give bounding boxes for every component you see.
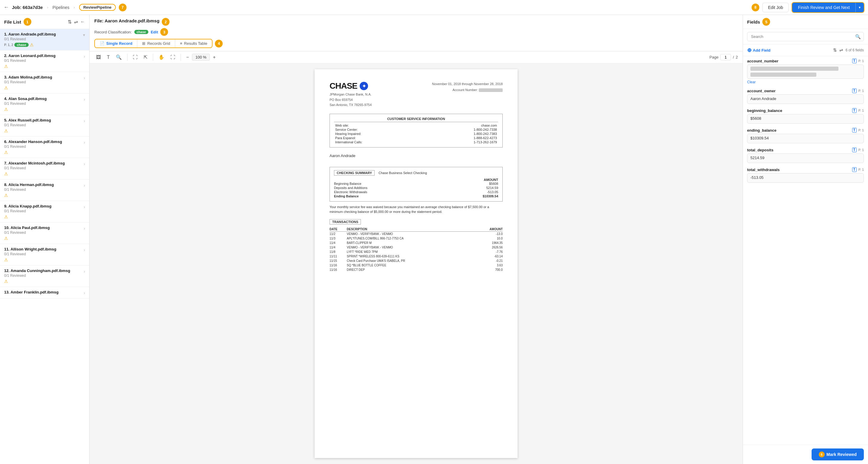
trans-row: 11/2VENMO - VERIFYBANK - VENMO-13.0 [330, 231, 503, 236]
field-value-account-number[interactable] [747, 64, 864, 79]
mark-reviewed-button[interactable]: 6 Mark Reviewed [812, 448, 864, 460]
file-item-status: 0/1 Reviewed [4, 209, 84, 213]
file-list-header: File List 1 ⇅ ⇌ ← [0, 15, 89, 29]
pdf-export-tool[interactable]: ⇱ [142, 53, 149, 61]
field-type-icon: T [852, 108, 857, 113]
account-number-label: Account Number: [432, 87, 503, 93]
pdf-pan-tool[interactable]: ✋ [157, 53, 166, 61]
file-item[interactable]: 5. Alex Russell.pdf.ibmsg 0/1 Reviewed ⚠… [0, 115, 89, 136]
pdf-text-tool[interactable]: T [105, 54, 112, 61]
file-list-sort-icon[interactable]: ⇅ [68, 19, 72, 25]
header-badge-8: 8 [752, 4, 760, 11]
field-page: P. 1 [859, 148, 864, 152]
file-item-name: 4. Alan Sosa.pdf.ibmsg [4, 96, 84, 101]
add-field-plus-icon: ⊕ [747, 47, 752, 54]
summary-row: Electronic Withdrawals-513.05 [334, 190, 498, 194]
file-item[interactable]: 9. Alicia Knapp.pdf.ibmsg 0/1 Reviewed ⚠… [0, 201, 89, 222]
date-range: November 01, 2018 through November 28, 2… [432, 81, 503, 87]
back-button[interactable]: ← [4, 4, 9, 10]
zoom-in-button[interactable]: + [211, 54, 217, 61]
trans-row: 11/4BART-CLIPPER M1964.35 [330, 241, 503, 245]
tab-records-grid[interactable]: ⊞ Records Grid [137, 39, 175, 48]
file-item-tag-chase: chase [14, 43, 28, 47]
page-sep: / [733, 55, 734, 59]
field-item-ending-balance: ending_balance T P. 1 $10309.54 [747, 128, 864, 143]
file-item[interactable]: 4. Alan Sosa.pdf.ibmsg 0/1 Reviewed ⚠ › [0, 93, 89, 115]
fields-search-input[interactable] [747, 32, 864, 41]
field-value-beginning-balance[interactable]: $5608 [747, 114, 864, 124]
pdf-crop-tool[interactable]: ⛶ [131, 54, 140, 61]
tab-results-table[interactable]: ≡ Results Table [175, 39, 212, 48]
fields-filter-icon[interactable]: ⇌ [839, 48, 843, 53]
pdf-search-tool[interactable]: 🔍 [114, 53, 124, 61]
tab-single-record[interactable]: 📄 Single Record [95, 39, 137, 48]
edit-job-button[interactable]: Edit Job [762, 3, 789, 12]
field-page: P. 1 [859, 128, 864, 132]
pdf-content-area[interactable]: CHASE ✦ JPMorgan Chase Bank, N.A. PO Box… [90, 63, 743, 464]
file-item[interactable]: 10. Alicia Paul.pdf.ibmsg 0/1 Reviewed ⚠… [0, 222, 89, 244]
field-label: account_owner [747, 89, 775, 93]
file-item-name: 13. Amber Franklin.pdf.ibmsg [4, 290, 84, 295]
th-amount: AMOUNT [474, 227, 503, 232]
finish-review-chevron[interactable]: ▾ [856, 3, 864, 12]
pdf-image-tool[interactable]: 🖼 [94, 54, 103, 61]
file-item[interactable]: 12. Amanda Cunningham.pdf.ibmsg 0/1 Revi… [0, 266, 89, 287]
file-item-name: 5. Alex Russell.pdf.ibmsg [4, 118, 84, 122]
summary-table: AMOUNT Beginning Balance$5608 Deposits a… [334, 178, 498, 198]
zoom-out-button[interactable]: − [184, 54, 191, 61]
field-type-icon: T [852, 59, 857, 63]
clear-field-link[interactable]: Clear [747, 80, 864, 84]
pdf-page: CHASE ✦ JPMorgan Chase Bank, N.A. PO Box… [315, 69, 518, 458]
trans-row: 11/3APL*ITUNES.COM/BILL 866-712-7753 CA1… [330, 236, 503, 241]
finish-review-button[interactable]: Finish Review and Get Next [792, 3, 856, 12]
file-item[interactable]: 7. Alexander Mcintosh.pdf.ibmsg 0/1 Revi… [0, 158, 89, 180]
field-label: total_withdrawals [747, 167, 780, 172]
pdf-fullscreen-tool[interactable]: ⛶ [168, 54, 177, 61]
center-panel: File: Aaron Andrade.pdf.ibmsg 2 Record C… [90, 15, 743, 464]
mark-reviewed-badge: 6 [819, 452, 825, 458]
file-item[interactable]: 11. Allison Wright.pdf.ibmsg 0/1 Reviewe… [0, 244, 89, 266]
file-item-status: 0/1 Reviewed [4, 145, 84, 149]
add-field-button[interactable]: ⊕ Add Field [747, 47, 770, 54]
tab-results-table-label: Results Table [184, 41, 208, 46]
cs-table: Web site:chase.com Service Center:1-800-… [334, 123, 498, 144]
file-item[interactable]: 13. Amber Franklin.pdf.ibmsg › [0, 287, 89, 299]
page-total: 2 [736, 55, 738, 59]
trans-row: 11/16DIRECT DEP700.0 [330, 268, 503, 272]
file-item[interactable]: 8. Alicia Herman.pdf.ibmsg 0/1 Reviewed … [0, 180, 89, 201]
file-list-filter-icon[interactable]: ⇌ [74, 19, 78, 25]
page-input[interactable] [720, 54, 731, 60]
file-item-chevron-icon: › [84, 97, 85, 102]
file-item[interactable]: 3. Adam Molina.pdf.ibmsg 0/1 Reviewed ⚠ … [0, 72, 89, 93]
cs-web-value: chase.com [422, 123, 498, 127]
field-value-ending-balance[interactable]: $10309.54 [747, 134, 864, 143]
file-item[interactable]: 2. Aaron Leonard.pdf.ibmsg 0/1 Reviewed … [0, 51, 89, 72]
pipeline-count-badge: 7 [119, 4, 127, 11]
warn-icon: ⚠ [4, 236, 8, 241]
field-value-account-owner[interactable]: Aaron Andrade [747, 94, 864, 104]
edit-classification-link[interactable]: Edit [151, 30, 158, 34]
transactions-title: TRANSACTIONS [330, 219, 361, 224]
file-list-collapse-icon[interactable]: ← [80, 19, 85, 25]
th-desc: DESCRIPTION [347, 227, 474, 232]
field-type-icon: T [852, 128, 857, 132]
field-page: P. 1 [859, 109, 864, 112]
file-item[interactable]: 6. Alexander Hanson.pdf.ibmsg 0/1 Review… [0, 136, 89, 158]
file-item[interactable]: 1. Aaron Andrade.pdf.ibmsg 0/1 Reviewed … [0, 29, 89, 51]
field-item-account-owner: account_owner T P. 1 Aaron Andrade [747, 88, 864, 104]
chase-logo-block: CHASE ✦ JPMorgan Chase Bank, N.A. PO Box… [330, 81, 372, 108]
field-value-total-deposits[interactable]: 5214.59 [747, 153, 864, 163]
waiver-text: Your monthly service fee was waived beca… [330, 205, 503, 214]
checking-summary-box: CHECKING SUMMARY Chase Business Select C… [330, 167, 503, 202]
field-value-total-withdrawals[interactable]: -513.05 [747, 173, 864, 183]
checking-summary-title: CHECKING SUMMARY [334, 170, 375, 176]
fields-sort-icon[interactable]: ⇅ [833, 48, 837, 53]
field-page: P. 1 [859, 59, 864, 63]
file-item-status: 0/1 Reviewed [4, 37, 83, 41]
finish-review-group: Finish Review and Get Next ▾ [792, 2, 864, 13]
warn-icon: ⚠ [4, 107, 8, 112]
trans-header-row: DATE DESCRIPTION AMOUNT [330, 227, 503, 232]
pipeline-badge[interactable]: ReviewPipeline [79, 4, 116, 11]
field-item-beginning-balance: beginning_balance T P. 1 $5608 [747, 108, 864, 124]
tab-single-record-label: Single Record [106, 41, 132, 46]
